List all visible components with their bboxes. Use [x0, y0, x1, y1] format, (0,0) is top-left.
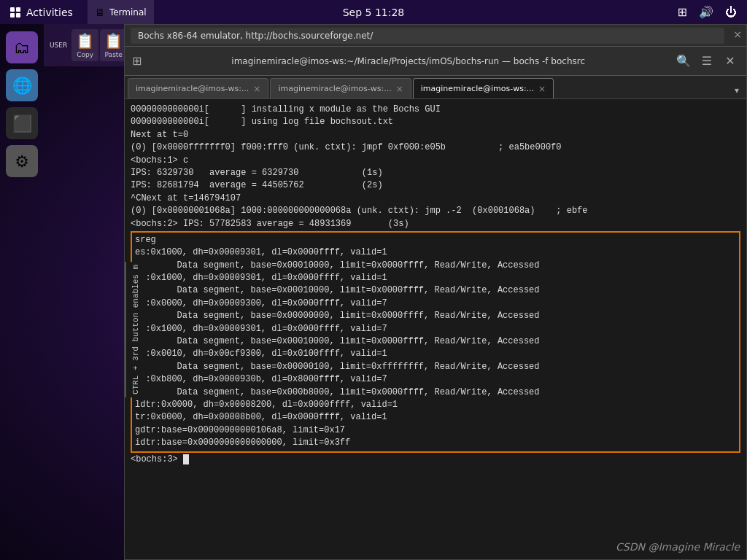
grid-icon	[9, 6, 22, 19]
terminal-body[interactable]: CTRL + 3rd button enables m 000000000000…	[125, 99, 746, 559]
hl-line-16: gdtr:base=0x00000000000106a8, limit=0x17	[135, 424, 736, 437]
terminal-taskbar-label: Terminal	[109, 7, 147, 18]
hl-line-12: gs:0xb800, dh=0x0000930b, dl=0x8000ffff,…	[135, 373, 736, 386]
activities-button[interactable]: Activities	[0, 0, 82, 24]
output-line-4: (0) [0x0000fffffff0] f000:fff0 (unk. ctx…	[131, 141, 740, 154]
system-taskbar: Activities 🖥 Terminal Sep 5 11:28 ⊞ 🔊 ⏻	[0, 0, 747, 24]
terminal-tab-2[interactable]: imaginemiracle@imos-ws:... ×	[270, 78, 411, 98]
output-line-10: <bochs:2> IPS: 57782583 average = 489313…	[131, 218, 740, 230]
browser-tab-bar: Bochs x86-64 emulator, http://bochs.sour…	[125, 25, 746, 47]
system-datetime: Sep 5 11:28	[343, 7, 405, 18]
hl-line-5: Data segment, base=0x00010000, limit=0x0…	[135, 284, 736, 297]
desktop-background: 🗂 🌐 ⬛ ⚙ USER 📋 Copy 📋 Paste 📷 snapshot	[0, 24, 747, 560]
svg-rect-3	[16, 13, 20, 18]
terminal-window: Bochs x86-64 emulator, http://bochs.sour…	[124, 24, 747, 560]
terminal-tab-3-label: imaginemiracle@imos-ws:...	[421, 84, 534, 93]
hl-line-15: tr:0x0000, dh=0x00008b00, dl=0x0000ffff,…	[135, 411, 736, 424]
hl-line-1: sreg	[135, 234, 736, 246]
app-bar: 🗂 🌐 ⬛ ⚙	[0, 24, 44, 560]
settings-icon: ⚙	[15, 152, 29, 171]
terminal-tab-3[interactable]: imaginemiracle@imos-ws:... ×	[413, 78, 554, 98]
terminal-menu-btn[interactable]: ☰	[698, 52, 716, 70]
copy-icon: 📋	[76, 32, 94, 50]
terminal-tab-3-close[interactable]: ×	[538, 84, 546, 94]
hl-line-13: Data segment, base=0x000b8000, limit=0x0…	[135, 386, 736, 399]
prompt-text: <bochs:3>	[131, 454, 183, 464]
activities-label: Activities	[26, 7, 73, 18]
output-line-6: IPS: 6329730 average = 6329730 (1s)	[131, 167, 740, 179]
user-btn[interactable]: USER	[50, 42, 67, 49]
app-icon-settings[interactable]: ⚙	[6, 145, 38, 177]
output-line-2: 0000000000000i[ ] using log file bochsou…	[131, 116, 740, 128]
svg-rect-1	[16, 7, 20, 12]
app-icon-terminal2[interactable]: ⬛	[6, 107, 38, 139]
terminal-taskbar-item[interactable]: 🖥 Terminal	[88, 0, 154, 24]
terminal-header-icon: ⊞	[132, 54, 142, 68]
svg-rect-0	[10, 7, 15, 12]
highlighted-region: sreg es:0x1000, dh=0x00009301, dl=0x0000…	[131, 231, 740, 453]
hl-line-10: fs:0x0010, dh=0x00cf9300, dl=0x0100ffff,…	[135, 348, 736, 360]
output-line-3: Next at t=0	[131, 129, 740, 141]
tab-dropdown-btn[interactable]: ▾	[730, 82, 743, 98]
browser-url-tab[interactable]: Bochs x86-64 emulator, http://bochs.sour…	[131, 28, 724, 44]
hl-line-4: cs:0x1000, dh=0x00009301, dl=0x0000ffff,…	[135, 272, 736, 284]
app-icon-browser[interactable]: 🌐	[6, 69, 38, 101]
hl-line-6: ss:0x0000, dh=0x00009300, dl=0x0000ffff,…	[135, 298, 736, 310]
terminal-tab-1[interactable]: imaginemiracle@imos-ws:... ×	[128, 78, 268, 98]
hl-line-14: ldtr:0x0000, dh=0x00008200, dl=0x0000fff…	[135, 399, 736, 411]
hl-line-8: ds:0x1000, dh=0x00009301, dl=0x0000ffff,…	[135, 323, 736, 335]
hl-line-2: es:0x1000, dh=0x00009301, dl=0x0000ffff,…	[135, 246, 736, 259]
files-icon: 🗂	[14, 39, 30, 57]
hl-line-3: Data segment, base=0x00010000, limit=0x0…	[135, 260, 736, 272]
network-icon[interactable]: ⊞	[675, 5, 690, 19]
terminal-tab-bar: imaginemiracle@imos-ws:... × imaginemira…	[125, 76, 746, 99]
hl-line-11: Data segment, base=0x00000100, limit=0xf…	[135, 361, 736, 373]
terminal-close-btn[interactable]: ✕	[721, 52, 739, 70]
watermark: CSDN @Imagine Miracle	[616, 541, 740, 553]
paste-icon: 📋	[104, 32, 123, 50]
browser-icon: 🌐	[12, 77, 32, 95]
volume-icon[interactable]: 🔊	[696, 5, 716, 19]
terminal-tab-2-label: imaginemiracle@imos-ws:...	[278, 84, 391, 93]
hl-line-7: Data segment, base=0x00000000, limit=0x0…	[135, 310, 736, 322]
app-icon-files[interactable]: 🗂	[6, 31, 38, 63]
terminal-search-btn[interactable]: 🔍	[675, 52, 692, 70]
output-line-7: IPS: 82681794 average = 44505762 (2s)	[131, 179, 740, 192]
terminal-tab-1-label: imaginemiracle@imos-ws:...	[136, 84, 249, 93]
terminal-title: imaginemiracle@imos-ws:~/Miracle/Project…	[147, 56, 669, 66]
hl-line-9: Data segment, base=0x00010000, limit=0x0…	[135, 335, 736, 348]
browser-tab-close[interactable]: ×	[733, 28, 742, 40]
system-tray: ⊞ 🔊 ⏻	[675, 5, 747, 19]
user-label: USER	[50, 42, 67, 49]
bochs-paste-btn[interactable]: 📋 Paste	[100, 29, 127, 61]
cursor-block	[183, 454, 189, 464]
svg-rect-2	[10, 13, 15, 18]
output-line-9: (0) [0x00000001068a] 1000:00000000000006…	[131, 205, 740, 217]
power-icon[interactable]: ⏻	[722, 5, 740, 19]
terminal-taskbar-icon: 🖥	[95, 7, 105, 18]
terminal2-icon: ⬛	[12, 114, 32, 133]
bochs-copy-btn[interactable]: 📋 Copy	[71, 29, 98, 61]
terminal-tab-2-close[interactable]: ×	[396, 84, 403, 94]
left-tooltip: CTRL + 3rd button enables m	[125, 261, 147, 397]
terminal-tab-1-close[interactable]: ×	[253, 84, 260, 94]
hl-line-17: idtr:base=0x0000000000000000, limit=0x3f…	[135, 437, 736, 449]
output-line-5: <bochs:1> c	[131, 155, 740, 167]
terminal-header: ⊞ imaginemiracle@imos-ws:~/Miracle/Proje…	[125, 47, 746, 76]
output-line-1: 0000000000000i[ ] installing x module as…	[131, 104, 740, 116]
output-line-8: ^CNext at t=146794107	[131, 192, 740, 205]
final-prompt-line: <bochs:3>	[131, 454, 740, 466]
